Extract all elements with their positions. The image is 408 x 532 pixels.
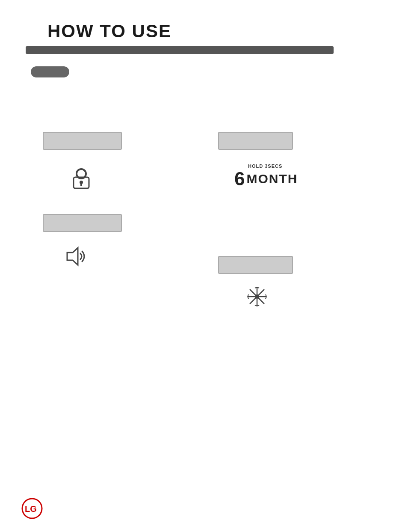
hold-number: 6 xyxy=(234,169,245,188)
display-box-4 xyxy=(218,256,293,274)
svg-marker-4 xyxy=(67,248,78,265)
display-box-1 xyxy=(43,132,122,150)
svg-rect-3 xyxy=(80,183,82,186)
section-badge xyxy=(31,66,69,77)
hold-month-label: MONTH xyxy=(246,172,298,185)
svg-text:LG: LG xyxy=(25,504,37,514)
display-box-2 xyxy=(218,132,293,150)
hold-label: HOLD 3SECS xyxy=(248,163,298,169)
hold-month-display: HOLD 3SECS 6 MONTH xyxy=(234,163,298,188)
section-divider-bar xyxy=(26,46,334,54)
lock-icon xyxy=(71,167,92,190)
page-container: HOW TO USE HOLD 3SECS xyxy=(0,0,408,532)
speaker-icon xyxy=(65,246,89,267)
page-title: HOW TO USE xyxy=(47,21,171,42)
lg-logo: LG xyxy=(21,498,43,519)
snowflake-icon xyxy=(246,286,268,307)
display-box-3 xyxy=(43,214,122,232)
